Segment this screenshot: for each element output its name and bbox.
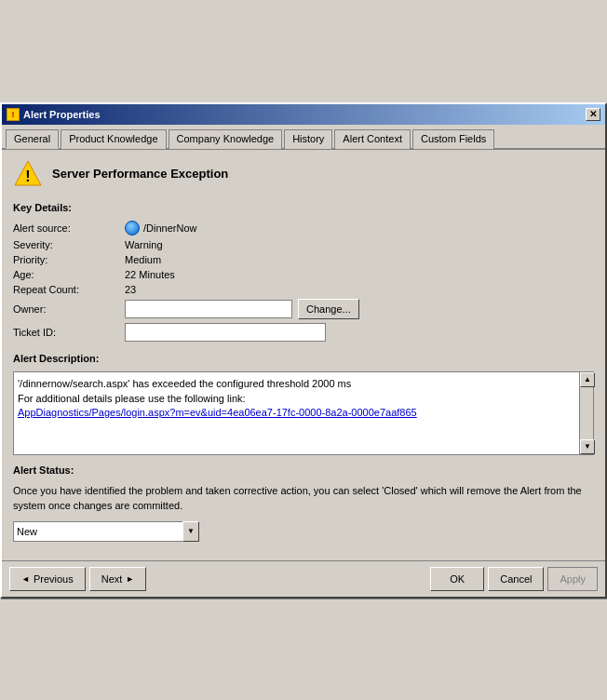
- description-scrollbar: ▲ ▼: [579, 371, 594, 455]
- scroll-track: [580, 387, 593, 439]
- status-section: Alert Status: Once you have identified t…: [13, 464, 594, 542]
- apply-button: Apply: [547, 567, 598, 591]
- description-section: Alert Description: '/dinnernow/search.as…: [13, 353, 594, 455]
- alert-header: ! Server Performance Exception: [13, 159, 594, 189]
- priority-row: Priority: Medium: [13, 254, 594, 265]
- repeat-count-row: Repeat Count: 23: [13, 284, 594, 295]
- ok-button[interactable]: OK: [430, 567, 484, 591]
- status-label: Alert Status:: [13, 464, 594, 476]
- description-link[interactable]: AppDiagnostics/Pages/login.aspx?m=ev&uid…: [18, 407, 417, 418]
- status-dropdown-wrapper: New Acknowledged Closed ▼: [13, 521, 199, 542]
- description-label: Alert Description:: [13, 353, 594, 364]
- window-icon: !: [7, 108, 20, 121]
- action-buttons: OK Cancel Apply: [430, 567, 598, 591]
- tab-alert-context[interactable]: Alert Context: [334, 129, 411, 149]
- age-label: Age:: [13, 269, 125, 280]
- main-content: ! Server Performance Exception Key Detai…: [2, 150, 605, 560]
- change-button[interactable]: Change...: [298, 299, 359, 319]
- owner-label: Owner:: [13, 303, 125, 315]
- status-description: Once you have identified the problem and…: [13, 483, 594, 514]
- age-row: Age: 22 Minutes: [13, 269, 594, 280]
- cancel-button[interactable]: Cancel: [488, 567, 544, 591]
- severity-row: Severity: Warning: [13, 239, 594, 250]
- previous-arrow-icon: ◄: [21, 574, 30, 584]
- description-line2: For additional details please use the fo…: [18, 391, 575, 407]
- window-title: Alert Properties: [23, 109, 101, 120]
- previous-button[interactable]: ◄ Previous: [9, 567, 86, 591]
- severity-label: Severity:: [13, 239, 125, 250]
- nav-buttons: ◄ Previous Next ►: [9, 567, 146, 591]
- alert-title: Server Performance Exception: [52, 167, 228, 181]
- source-icon: [125, 221, 140, 236]
- priority-label: Priority:: [13, 254, 125, 265]
- tab-history[interactable]: History: [284, 129, 332, 149]
- source-value: /DinnerNow: [143, 222, 196, 234]
- ticket-input[interactable]: [125, 323, 326, 342]
- source-label: Alert source:: [13, 222, 125, 234]
- alert-properties-window: ! Alert Properties ✕ General Product Kno…: [0, 102, 607, 599]
- description-wrapper: '/dinnernow/search.aspx' has exceeded th…: [13, 371, 594, 455]
- title-bar: ! Alert Properties ✕: [2, 104, 605, 125]
- scroll-down-button[interactable]: ▼: [580, 439, 595, 454]
- owner-input[interactable]: [125, 300, 292, 318]
- status-dropdown[interactable]: New Acknowledged Closed: [13, 521, 199, 542]
- key-details-section: Key Details: Alert source: /DinnerNow Se…: [13, 202, 594, 342]
- tab-company-knowledge[interactable]: Company Knowledge: [169, 129, 283, 149]
- repeat-count-label: Repeat Count:: [13, 284, 125, 295]
- next-button[interactable]: Next ►: [89, 567, 147, 591]
- description-box: '/dinnernow/search.aspx' has exceeded th…: [13, 371, 579, 455]
- repeat-count-value: 23: [125, 284, 136, 295]
- scroll-up-button[interactable]: ▲: [580, 372, 595, 387]
- key-details-label: Key Details:: [13, 202, 594, 213]
- tab-custom-fields[interactable]: Custom Fields: [412, 129, 494, 149]
- next-arrow-icon: ►: [126, 574, 134, 584]
- warning-icon: !: [13, 159, 43, 189]
- title-bar-content: ! Alert Properties: [7, 108, 101, 121]
- tab-bar: General Product Knowledge Company Knowle…: [2, 125, 605, 150]
- bottom-bar: ◄ Previous Next ► OK Cancel Apply: [2, 560, 605, 597]
- alert-source-row: Alert source: /DinnerNow: [13, 221, 594, 236]
- ticket-label: Ticket ID:: [13, 327, 125, 338]
- ticket-row: Ticket ID:: [13, 323, 594, 342]
- severity-value: Warning: [125, 239, 163, 250]
- description-line1: '/dinnernow/search.aspx' has exceeded th…: [18, 376, 575, 392]
- svg-text:!: !: [25, 168, 30, 184]
- owner-row: Owner: Change...: [13, 299, 594, 319]
- tab-product-knowledge[interactable]: Product Knowledge: [61, 129, 166, 149]
- age-value: 22 Minutes: [125, 269, 175, 280]
- close-button[interactable]: ✕: [586, 108, 600, 121]
- priority-value: Medium: [125, 254, 161, 265]
- tab-general[interactable]: General: [6, 129, 59, 149]
